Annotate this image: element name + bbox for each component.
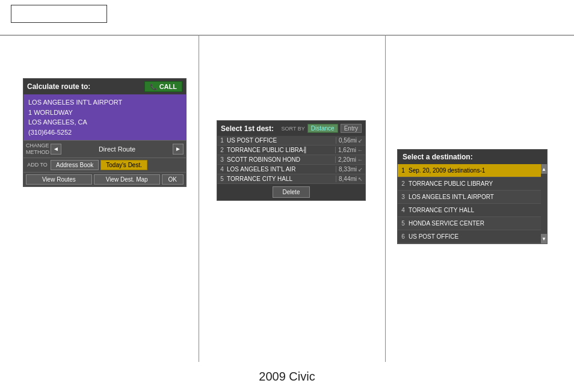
dest-item-num: 4	[217, 166, 227, 173]
address-line3: LOS ANGELES, CA	[28, 117, 181, 127]
vertical-divider-2	[385, 35, 386, 362]
dest-item-num: 5	[217, 176, 227, 182]
dest-item-dist: 0,56mi ↙	[336, 137, 365, 144]
dest-item-name: LOS ANGELES INT'L AIR	[227, 166, 336, 173]
dest-panel-item-num: 5	[398, 220, 409, 227]
dest-panel-item-name: LOS ANGELES INT'L AIRPORT	[409, 194, 541, 200]
ok-button[interactable]: OK	[162, 174, 184, 185]
route-type-label: Direct Route	[64, 145, 170, 153]
dest-select-panel: Select a destination: 1 Sep. 20, 2009 de…	[397, 149, 548, 244]
dest-list-item[interactable]: 5 TORRANCE CITY HALL 8,44mi ↖	[217, 174, 365, 184]
prev-route-button[interactable]: ◄	[51, 144, 61, 155]
dest-panel-item-num: 1	[398, 167, 409, 174]
address-line2: 1 WORLDWAY	[28, 108, 181, 118]
phone-icon: 📞	[150, 84, 157, 90]
dest-item-dist: 1,62mi ←	[335, 147, 365, 153]
todays-dest-button[interactable]: Today's Dest.	[100, 160, 147, 170]
scroll-track	[541, 174, 547, 234]
dest-panel-item-num: 6	[398, 233, 409, 240]
dest-panel-item-num: 3	[398, 194, 409, 200]
dest-item-dist: 2,20mi ←	[335, 156, 365, 163]
dest-panel-item-num: 2	[398, 180, 409, 187]
address-line4: (310)646-5252	[28, 127, 181, 138]
dest-panel-body: 1 Sep. 20, 2009 destinations-1 2 TORRANC…	[398, 164, 547, 243]
dest-item-dist: 8,44mi ↖	[336, 176, 365, 182]
top-rectangle	[11, 5, 107, 23]
dest-list-item[interactable]: 2 TORRANCE PUBLIC LIBRA╢ 1,62mi ←	[217, 145, 365, 155]
dest-item-name: TORRANCE PUBLIC LIBRA╢	[227, 147, 335, 153]
dest-panel-list: 1 Sep. 20, 2009 destinations-1 2 TORRANC…	[398, 164, 541, 243]
address-display: LOS ANGELES INT'L AIRPORT 1 WORLDWAY LOS…	[23, 94, 186, 140]
dest-panel-item-name: TORRANCE CITY HALL	[409, 207, 541, 213]
dest-list-item[interactable]: 3 SCOTT ROBINSON HOND 2,20mi ←	[217, 155, 365, 165]
dest-panel-list-item[interactable]: 3 LOS ANGELES INT'L AIRPORT	[398, 191, 541, 204]
dist-arrow-icon: ←	[357, 157, 363, 163]
dest-panel-item-name: Sep. 20, 2009 destinations-1	[409, 167, 541, 174]
action-buttons-row: View Routes View Dest. Map OK	[23, 173, 186, 186]
address-line1: LOS ANGELES INT'L AIRPORT	[28, 97, 181, 108]
destinations-list: 1 US POST OFFICE 0,56mi ↙ 2 TORRANCE PUB…	[217, 136, 365, 184]
call-label: CALL	[159, 83, 177, 90]
add-to-label: ADD TO	[26, 162, 49, 168]
dest-panel-header: Select a destination:	[398, 150, 547, 164]
select-header: Select 1st dest: SORT BY Distance Entry	[217, 121, 365, 136]
dest-item-name: US POST OFFICE	[227, 137, 336, 144]
change-method-label: CHANGEMETHOD	[26, 142, 49, 156]
dest-item-name: SCOTT ROBINSON HOND	[227, 156, 335, 163]
next-route-button[interactable]: ►	[173, 144, 184, 155]
dest-panel-item-name: HONDA SERVICE CENTER	[409, 220, 541, 227]
dest-item-name: TORRANCE CITY HALL	[227, 176, 336, 182]
calculate-route-panel: Calculate route to: 📞 CALL LOS ANGELES I…	[23, 78, 187, 187]
dest-item-num: 2	[217, 147, 227, 153]
calc-header: Calculate route to: 📞 CALL	[23, 79, 186, 94]
scroll-up-button[interactable]: ▲	[541, 164, 547, 174]
dest-item-num: 3	[217, 156, 227, 163]
dest-panel-item-num: 4	[398, 207, 409, 213]
vertical-divider-1	[199, 35, 199, 362]
add-to-row: ADD TO Address Book Today's Dest.	[23, 158, 186, 173]
dist-arrow-icon: ↙	[358, 138, 363, 144]
dest-panel-list-item[interactable]: 6 US POST OFFICE	[398, 230, 541, 243]
dest-panel-scrollbar: ▲ ▼	[541, 164, 547, 243]
dest-item-num: 1	[217, 137, 227, 144]
dest-list-item[interactable]: 4 LOS ANGELES INT'L AIR 8,33mi ↙	[217, 165, 365, 174]
dist-arrow-icon: ↙	[358, 167, 363, 173]
dest-panel-title: Select a destination:	[403, 153, 473, 161]
dest-panel-list-item[interactable]: 2 TORRANCE PUBLIC LIBRARY	[398, 177, 541, 191]
horizontal-divider	[0, 35, 574, 35]
dist-arrow-icon: ↖	[358, 176, 363, 182]
dest-panel-list-item[interactable]: 5 HONDA SERVICE CENTER	[398, 217, 541, 230]
route-method-row: CHANGEMETHOD ◄ Direct Route ►	[23, 140, 186, 158]
calc-title: Calculate route to:	[27, 82, 90, 91]
page-title: 2009 Civic	[0, 370, 574, 384]
sort-distance-button[interactable]: Distance	[307, 124, 338, 133]
dest-list-item[interactable]: 1 US POST OFFICE 0,56mi ↙	[217, 136, 365, 145]
dest-panel-list-item[interactable]: 1 Sep. 20, 2009 destinations-1	[398, 164, 541, 177]
address-book-button[interactable]: Address Book	[51, 160, 99, 170]
dist-arrow-icon: ←	[357, 147, 363, 153]
dest-panel-item-name: TORRANCE PUBLIC LIBRARY	[409, 180, 541, 187]
view-dest-map-button[interactable]: View Dest. Map	[94, 174, 160, 185]
delete-button[interactable]: Delete	[273, 186, 310, 198]
sort-by-label: SORT BY	[282, 126, 305, 132]
dest-panel-item-name: US POST OFFICE	[409, 233, 541, 240]
select-dest-panel: Select 1st dest: SORT BY Distance Entry …	[217, 120, 366, 201]
view-routes-button[interactable]: View Routes	[26, 174, 92, 185]
sort-entry-button[interactable]: Entry	[341, 124, 362, 133]
dest-panel-list-item[interactable]: 4 TORRANCE CITY HALL	[398, 204, 541, 217]
dest-item-dist: 8,33mi ↙	[336, 166, 365, 173]
scroll-down-button[interactable]: ▼	[541, 234, 547, 243]
select-title: Select 1st dest:	[221, 124, 274, 133]
call-button[interactable]: 📞 CALL	[144, 81, 182, 92]
